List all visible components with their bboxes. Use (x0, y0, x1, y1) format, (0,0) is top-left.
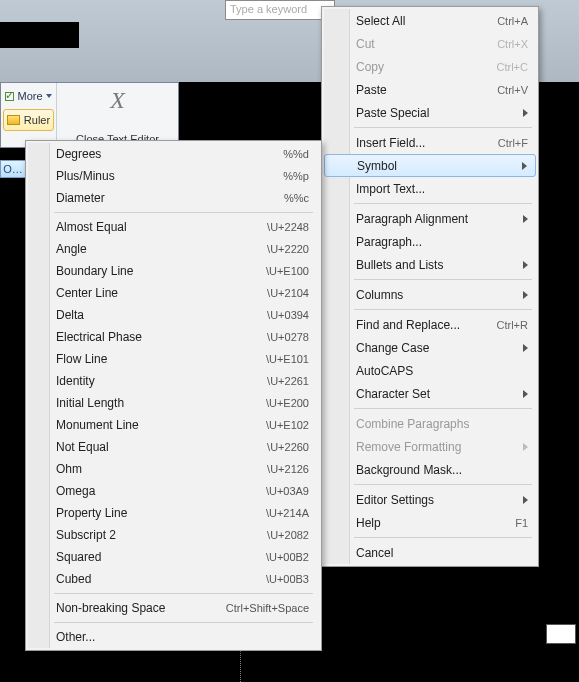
text-edit-box[interactable] (546, 624, 576, 644)
symbol-item-label: Almost Equal (56, 220, 267, 234)
menu-separator (354, 279, 532, 280)
ruler-icon (7, 115, 20, 125)
symbol-item-almost-equal[interactable]: Almost Equal\U+2248 (28, 216, 319, 238)
chevron-down-icon (46, 94, 52, 98)
symbol-item-flow-line[interactable]: Flow Line\U+E101 (28, 348, 319, 370)
menu-separator (354, 537, 532, 538)
menu-item-character-set[interactable]: Character Set (324, 382, 536, 405)
symbol-item-plus-minus[interactable]: Plus/Minus%%p (28, 165, 319, 187)
close-text-editor-button[interactable]: X Close Text Editor (57, 83, 178, 147)
symbol-item-not-equal[interactable]: Not Equal\U+2260 (28, 436, 319, 458)
symbol-item-label: Identity (56, 374, 267, 388)
symbol-item-code: \U+214A (266, 507, 309, 519)
symbol-submenu: Degrees%%dPlus/Minus%%pDiameter%%cAlmost… (25, 140, 322, 651)
menu-item-label: Cancel (356, 546, 528, 560)
menu-item-accel: Ctrl+F (498, 137, 528, 149)
symbol-item-omega[interactable]: Omega\U+03A9 (28, 480, 319, 502)
options-tab[interactable]: O… (0, 160, 26, 178)
menu-item-find-and-replace[interactable]: Find and Replace...Ctrl+R (324, 313, 536, 336)
symbol-item-boundary-line[interactable]: Boundary Line\U+E100 (28, 260, 319, 282)
menu-item-cancel[interactable]: Cancel (324, 541, 536, 564)
menu-item-label: Copy (356, 60, 497, 74)
symbol-item-code: \U+2220 (267, 243, 309, 255)
symbol-item-label: Degrees (56, 147, 283, 161)
menu-separator (354, 408, 532, 409)
menu-item-import-text[interactable]: Import Text... (324, 177, 536, 200)
chevron-right-icon (523, 261, 528, 269)
menu-item-label: Paste (356, 83, 497, 97)
symbol-item-code: \U+E100 (266, 265, 309, 277)
menu-item-label: Paragraph Alignment (356, 212, 517, 226)
menu-item-background-mask[interactable]: Background Mask... (324, 458, 536, 481)
titlebar-fragment (0, 22, 79, 48)
context-menu: Select AllCtrl+ACutCtrl+XCopyCtrl+CPaste… (321, 6, 539, 567)
menu-item-bullets-and-lists[interactable]: Bullets and Lists (324, 253, 536, 276)
symbol-item-monument-line[interactable]: Monument Line\U+E102 (28, 414, 319, 436)
more-label: More (17, 90, 42, 102)
symbol-item-label: Subscript 2 (56, 528, 267, 542)
menu-separator (354, 484, 532, 485)
menu-item-paste-special[interactable]: Paste Special (324, 101, 536, 124)
menu-separator (54, 622, 313, 623)
symbol-item-subscript-2[interactable]: Subscript 2\U+2082 (28, 524, 319, 546)
menu-item-symbol[interactable]: Symbol (324, 154, 536, 177)
menu-item-label: AutoCAPS (356, 364, 528, 378)
menu-separator (54, 593, 313, 594)
symbol-item-label: Not Equal (56, 440, 267, 454)
symbol-item-label: Monument Line (56, 418, 266, 432)
symbol-item-diameter[interactable]: Diameter%%c (28, 187, 319, 209)
symbol-item-label: Angle (56, 242, 267, 256)
menu-item-editor-settings[interactable]: Editor Settings (324, 488, 536, 511)
symbol-item-code: %%c (284, 192, 309, 204)
menu-item-label: Help (356, 516, 515, 530)
more-dropdown[interactable]: More (3, 85, 54, 107)
symbol-item-property-line[interactable]: Property Line\U+214A (28, 502, 319, 524)
symbol-item-angle[interactable]: Angle\U+2220 (28, 238, 319, 260)
menu-item-help[interactable]: HelpF1 (324, 511, 536, 534)
menu-item-label: Background Mask... (356, 463, 528, 477)
menu-item-accel: Ctrl+V (497, 84, 528, 96)
symbol-item-degrees[interactable]: Degrees%%d (28, 143, 319, 165)
symbol-item-code: \U+E102 (266, 419, 309, 431)
menu-item-remove-formatting: Remove Formatting (324, 435, 536, 458)
symbol-item-code: %%d (283, 148, 309, 160)
symbol-item-other[interactable]: Other... (28, 626, 319, 648)
symbol-item-center-line[interactable]: Center Line\U+2104 (28, 282, 319, 304)
menu-item-label: Paragraph... (356, 235, 528, 249)
symbol-item-label: Center Line (56, 286, 267, 300)
ruler-toggle[interactable]: Ruler (3, 109, 54, 131)
symbol-item-electrical-phase[interactable]: Electrical Phase\U+0278 (28, 326, 319, 348)
menu-item-change-case[interactable]: Change Case (324, 336, 536, 359)
chevron-right-icon (522, 162, 527, 170)
symbol-item-code: \U+03A9 (266, 485, 309, 497)
menu-item-paste[interactable]: PasteCtrl+V (324, 78, 536, 101)
menu-item-label: Insert Field... (356, 136, 498, 150)
symbol-item-cubed[interactable]: Cubed\U+00B3 (28, 568, 319, 590)
symbol-item-initial-length[interactable]: Initial Length\U+E200 (28, 392, 319, 414)
ribbon-panel-close: More Ruler X Close Text Editor (0, 82, 179, 148)
menu-item-columns[interactable]: Columns (324, 283, 536, 306)
menu-item-paragraph[interactable]: Paragraph... (324, 230, 536, 253)
symbol-item-ohm[interactable]: Ohm\U+2126 (28, 458, 319, 480)
menu-item-select-all[interactable]: Select AllCtrl+A (324, 9, 536, 32)
menu-item-cut: CutCtrl+X (324, 32, 536, 55)
menu-item-paragraph-alignment[interactable]: Paragraph Alignment (324, 207, 536, 230)
symbol-item-code: \U+0278 (267, 331, 309, 343)
symbol-item-identity[interactable]: Identity\U+2261 (28, 370, 319, 392)
menu-item-accel: F1 (515, 517, 528, 529)
symbol-item-code: \U+2248 (267, 221, 309, 233)
symbol-item-code: \U+E200 (266, 397, 309, 409)
keyword-search-input[interactable]: Type a keyword (225, 0, 335, 20)
menu-item-label: Select All (356, 14, 497, 28)
menu-item-autocaps[interactable]: AutoCAPS (324, 359, 536, 382)
chevron-right-icon (523, 443, 528, 451)
symbol-item-code: \U+2261 (267, 375, 309, 387)
symbol-item-squared[interactable]: Squared\U+00B2 (28, 546, 319, 568)
symbol-item-delta[interactable]: Delta\U+0394 (28, 304, 319, 326)
symbol-item-non-breaking-space[interactable]: Non-breaking SpaceCtrl+Shift+Space (28, 597, 319, 619)
menu-item-accel: Ctrl+A (497, 15, 528, 27)
symbol-item-label: Squared (56, 550, 266, 564)
menu-item-insert-field[interactable]: Insert Field...Ctrl+F (324, 131, 536, 154)
menu-item-accel: Ctrl+X (497, 38, 528, 50)
menu-item-accel: Ctrl+C (497, 61, 528, 73)
